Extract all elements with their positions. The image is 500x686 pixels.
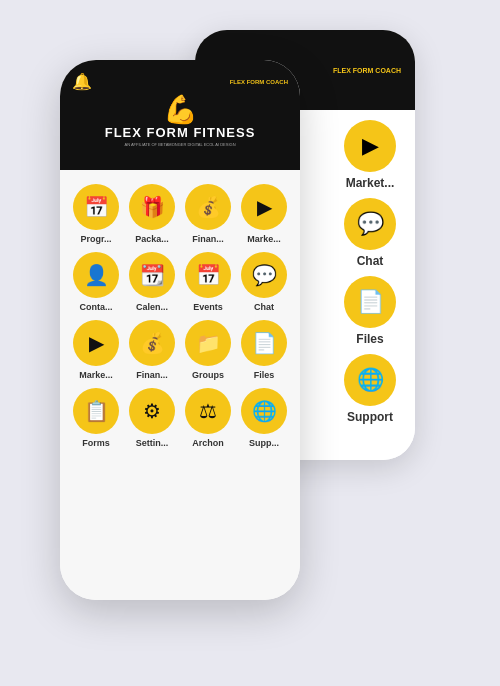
- grid-item-forms[interactable]: 📋 Forms: [70, 388, 122, 448]
- settings-label: Settin...: [136, 438, 169, 448]
- contacts-icon: 👤: [73, 252, 119, 298]
- files-icon: 📄: [241, 320, 287, 366]
- side-item-support[interactable]: 🌐 Support: [344, 354, 396, 424]
- side-support-label: Support: [347, 410, 393, 424]
- side-item-files[interactable]: 📄 Files: [344, 276, 396, 346]
- marketing2-icon: ▶: [73, 320, 119, 366]
- calendar-label: Calen...: [136, 302, 168, 312]
- side-panel: ▶ Market... 💬 Chat 📄 Files 🌐 Support: [315, 110, 415, 460]
- chat-icon: 💬: [241, 252, 287, 298]
- brand-tagline: AN AFFILIATE OF BETAMONGER DIGITAL ECOL …: [124, 142, 235, 147]
- calendar-icon: 📆: [129, 252, 175, 298]
- side-item-marketing[interactable]: ▶ Market...: [344, 120, 396, 190]
- side-marketing-label: Market...: [346, 176, 395, 190]
- grid-item-settings[interactable]: ⚙ Settin...: [126, 388, 178, 448]
- grid-item-programs[interactable]: 📅 Progr...: [70, 184, 122, 244]
- forms-label: Forms: [82, 438, 110, 448]
- grid-item-chat[interactable]: 💬 Chat: [238, 252, 290, 312]
- side-chat-circle: 💬: [344, 198, 396, 250]
- finance2-icon: 💰: [129, 320, 175, 366]
- events-icon: 📅: [185, 252, 231, 298]
- bell-icon: 🔔: [72, 72, 92, 91]
- side-chat-label: Chat: [357, 254, 384, 268]
- side-files-circle: 📄: [344, 276, 396, 328]
- grid-item-files[interactable]: 📄 Files: [238, 320, 290, 380]
- programs-label: Progr...: [80, 234, 111, 244]
- marketing-label: Marke...: [247, 234, 281, 244]
- grid-item-calendar[interactable]: 📆 Calen...: [126, 252, 178, 312]
- archon-label: Archon: [192, 438, 224, 448]
- support-icon: 🌐: [241, 388, 287, 434]
- archon-icon: ⚖: [185, 388, 231, 434]
- phone-main: 🔔 FLEX FORM COACH 💪 FLEX FORM FITNESS AN…: [60, 60, 300, 600]
- header-top: 🔔 FLEX FORM COACH: [60, 72, 300, 91]
- settings-icon: ⚙: [129, 388, 175, 434]
- brand-name: FLEX FORM FITNESS: [105, 126, 256, 140]
- marketing-icon: ▶: [241, 184, 287, 230]
- grid-item-marketing2[interactable]: ▶ Marke...: [70, 320, 122, 380]
- phone-body: 📅 Progr... 🎁 Packa... 💰 Finan... ▶ Marke…: [60, 170, 300, 600]
- brand-logo: 💪 FLEX FORM FITNESS AN AFFILIATE OF BETA…: [105, 93, 256, 147]
- grid-item-groups[interactable]: 📁 Groups: [182, 320, 234, 380]
- groups-icon: 📁: [185, 320, 231, 366]
- support-label: Supp...: [249, 438, 279, 448]
- phone-header: 🔔 FLEX FORM COACH 💪 FLEX FORM FITNESS AN…: [60, 60, 300, 170]
- finance2-label: Finan...: [136, 370, 168, 380]
- side-support-circle: 🌐: [344, 354, 396, 406]
- files-label: Files: [254, 370, 275, 380]
- grid-item-finance[interactable]: 💰 Finan...: [182, 184, 234, 244]
- chat-label: Chat: [254, 302, 274, 312]
- finance-icon: 💰: [185, 184, 231, 230]
- brand-muscle-icon: 💪: [163, 93, 198, 126]
- events-label: Events: [193, 302, 223, 312]
- groups-label: Groups: [192, 370, 224, 380]
- grid-item-events[interactable]: 📅 Events: [182, 252, 234, 312]
- app-grid: 📅 Progr... 🎁 Packa... 💰 Finan... ▶ Marke…: [70, 184, 290, 448]
- header-logo-text: FLEX FORM COACH: [230, 79, 288, 85]
- forms-icon: 📋: [73, 388, 119, 434]
- packages-icon: 🎁: [129, 184, 175, 230]
- packages-label: Packa...: [135, 234, 169, 244]
- grid-item-finance2[interactable]: 💰 Finan...: [126, 320, 178, 380]
- side-files-label: Files: [356, 332, 383, 346]
- contacts-label: Conta...: [80, 302, 113, 312]
- programs-icon: 📅: [73, 184, 119, 230]
- side-marketing-circle: ▶: [344, 120, 396, 172]
- grid-item-contacts[interactable]: 👤 Conta...: [70, 252, 122, 312]
- grid-item-support[interactable]: 🌐 Supp...: [238, 388, 290, 448]
- back-logo: FLEX FORM COACH: [333, 67, 401, 74]
- side-item-chat[interactable]: 💬 Chat: [344, 198, 396, 268]
- grid-item-packages[interactable]: 🎁 Packa...: [126, 184, 178, 244]
- marketing2-label: Marke...: [79, 370, 113, 380]
- grid-item-archon[interactable]: ⚖ Archon: [182, 388, 234, 448]
- grid-item-marketing[interactable]: ▶ Marke...: [238, 184, 290, 244]
- finance-label: Finan...: [192, 234, 224, 244]
